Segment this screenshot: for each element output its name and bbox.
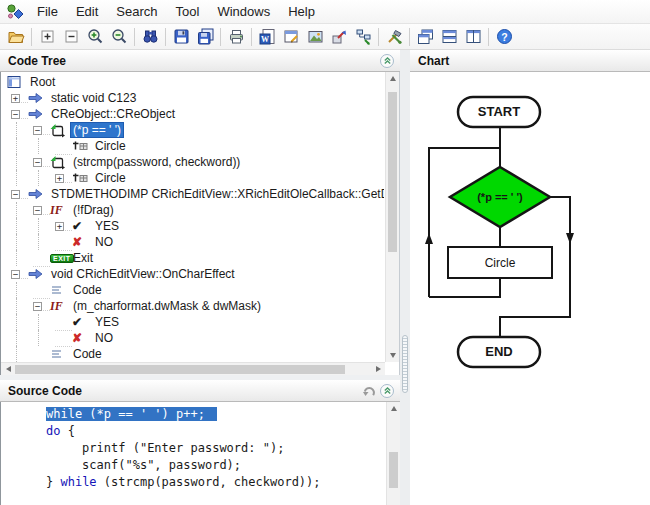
cascade-windows-button[interactable] <box>413 26 437 48</box>
menu-help[interactable]: Help <box>279 2 324 21</box>
source-vertical-scrollbar[interactable] <box>386 402 400 505</box>
chart-header: Chart <box>410 50 650 72</box>
flow-node-process[interactable]: Circle <box>448 247 552 278</box>
panel-splitter[interactable] <box>400 50 410 505</box>
tree-row[interactable]: +static void C123 <box>2 90 384 106</box>
arrowhead-down-icon <box>566 233 574 244</box>
menu-windows[interactable]: Windows <box>208 2 279 21</box>
collapse-toggle[interactable]: − <box>33 206 42 215</box>
icon-cell: ✘ <box>72 235 92 249</box>
tree-row[interactable]: ✘NO <box>2 330 384 346</box>
tree-row[interactable]: ✔YES <box>2 314 384 330</box>
scroll-up-button[interactable] <box>387 402 400 415</box>
tree-label: Exit <box>70 251 96 265</box>
tree-row[interactable]: EXITExit <box>2 250 384 266</box>
code-icon <box>50 284 63 296</box>
collapse-button[interactable] <box>59 26 83 48</box>
expand-button[interactable] <box>35 26 59 48</box>
tree-horizontal-scrollbar[interactable] <box>1 362 385 375</box>
undo-arrow-icon <box>362 385 375 397</box>
collapse-toggle[interactable]: − <box>33 302 42 311</box>
scrollbar-thumb[interactable] <box>388 92 397 252</box>
collapse-toggle[interactable]: − <box>33 158 42 167</box>
find-button[interactable] <box>138 26 162 48</box>
tree-row[interactable]: Code <box>2 346 384 362</box>
tree-row[interactable]: −IF(!fDrag) <box>2 202 384 218</box>
save-all-button[interactable] <box>193 26 217 48</box>
tree-row[interactable]: −STDMETHODIMP CRichEditView::XRichEditOl… <box>2 186 384 202</box>
toolbar-separator <box>488 28 489 46</box>
source-code-panel[interactable]: while (*p == ' ') p++;do { printf ("Ente… <box>0 402 400 505</box>
tree-vertical-scrollbar[interactable] <box>385 72 399 362</box>
zoom-out-button[interactable] <box>107 26 131 48</box>
menu-file[interactable]: File <box>28 2 67 21</box>
expand-toggle[interactable]: + <box>55 174 64 183</box>
scroll-up-button[interactable] <box>386 72 400 85</box>
export-word-button[interactable]: W <box>255 26 279 48</box>
arrowhead-up-icon <box>425 233 433 244</box>
tree-row[interactable]: ✘NO <box>2 234 384 250</box>
export-shift-button[interactable] <box>327 26 351 48</box>
expand-toggle[interactable]: + <box>55 222 64 231</box>
tree-row[interactable]: −void CRichEditView::OnCharEffect <box>2 266 384 282</box>
splitter-grip-icon[interactable] <box>402 335 408 393</box>
tree-row[interactable]: +Circle <box>2 170 384 186</box>
code-line: while (*p == ' ') p++; <box>1 406 385 423</box>
expand-icon <box>39 28 56 45</box>
collapse-panel-button[interactable] <box>380 384 394 398</box>
tree-label: Circle <box>92 139 129 153</box>
tools-button[interactable] <box>382 26 406 48</box>
flow-node-start[interactable]: START <box>458 97 540 127</box>
scrollbar-thumb[interactable] <box>389 452 398 488</box>
help-button[interactable]: ? <box>492 26 516 48</box>
code-tree-panel: Root+static void C123−CReObject::CReObje… <box>0 72 400 375</box>
chevron-up-icon <box>383 56 392 65</box>
tree-row[interactable]: +✔YES <box>2 218 384 234</box>
code-icon <box>50 348 63 360</box>
tree-row[interactable]: Root <box>2 74 384 90</box>
export-notepad-button[interactable] <box>279 26 303 48</box>
svg-text:START: START <box>478 104 520 119</box>
menu-search[interactable]: Search <box>107 2 166 21</box>
export-image-button[interactable] <box>303 26 327 48</box>
tree-row[interactable]: −IF(m_charformat.dwMask & dwMask) <box>2 298 384 314</box>
svg-text:(*p == ' '): (*p == ' ') <box>477 191 523 203</box>
collapse-toggle[interactable]: − <box>11 270 20 279</box>
flow-node-condition[interactable]: (*p == ' ') <box>450 167 550 227</box>
flow-chart-button[interactable] <box>351 26 375 48</box>
toolbar-separator <box>165 28 166 46</box>
scroll-left-button[interactable] <box>1 363 15 376</box>
tree-row[interactable]: −CReObject::CReObject <box>2 106 384 122</box>
flow-connectors <box>429 127 570 337</box>
menu-tool[interactable]: Tool <box>167 2 209 21</box>
scrollbar-thumb[interactable] <box>15 365 345 374</box>
sync-back-button[interactable] <box>360 384 376 398</box>
collapse-toggle[interactable]: − <box>33 126 42 135</box>
flow-chart-icon <box>355 28 372 45</box>
flow-node-end[interactable]: END <box>458 337 540 367</box>
zoom-in-button[interactable] <box>83 26 107 48</box>
tile-horizontal-button[interactable] <box>437 26 461 48</box>
open-folder-button[interactable] <box>4 26 28 48</box>
collapse-toggle[interactable]: − <box>11 110 20 119</box>
print-button[interactable] <box>224 26 248 48</box>
scroll-right-button[interactable] <box>371 363 385 376</box>
find-icon <box>142 28 159 45</box>
tree-row[interactable]: −(*p == ' ') <box>2 122 384 138</box>
export-notepad-icon <box>283 28 300 45</box>
toggle-cell: + <box>7 94 28 103</box>
scroll-down-button[interactable] <box>386 349 400 362</box>
expand-toggle[interactable]: + <box>11 94 20 103</box>
collapse-panel-button[interactable] <box>380 54 394 68</box>
tree-row[interactable]: Circle <box>2 138 384 154</box>
save-button[interactable] <box>169 26 193 48</box>
tree-row[interactable]: Code <box>2 282 384 298</box>
icon-cell <box>28 108 48 120</box>
tree-guide <box>7 218 29 234</box>
arrow-icon <box>28 188 43 200</box>
tree-row[interactable]: −(strcmp(password, checkword)) <box>2 154 384 170</box>
collapse-toggle[interactable]: − <box>11 190 20 199</box>
toolbar-separator <box>220 28 221 46</box>
menu-edit[interactable]: Edit <box>67 2 107 21</box>
tile-vertical-button[interactable] <box>461 26 485 48</box>
